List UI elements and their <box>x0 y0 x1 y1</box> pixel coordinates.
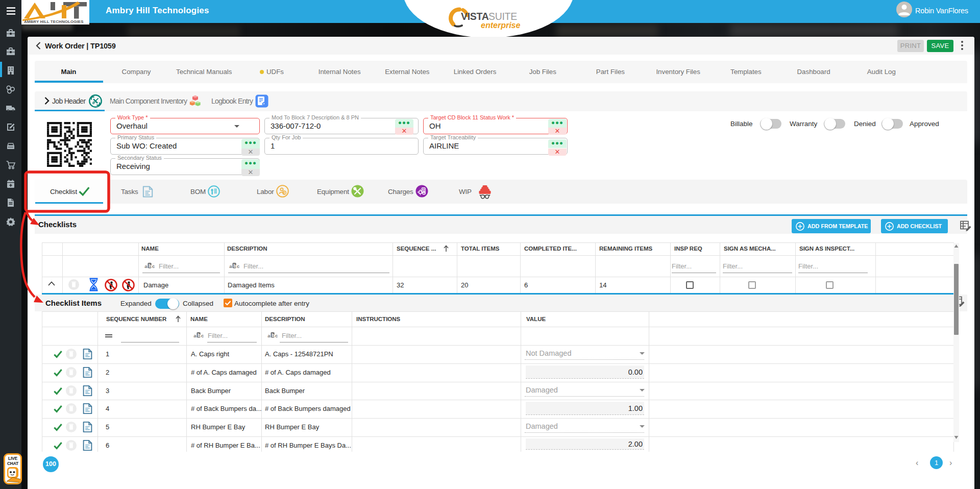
svg-text:a: a <box>229 263 232 269</box>
svg-text:c: c <box>201 333 204 338</box>
svg-text:b: b <box>198 332 201 338</box>
svg-text:enterprise: enterprise <box>481 21 520 30</box>
svg-text:c: c <box>275 333 278 338</box>
svg-text:a: a <box>193 333 197 338</box>
svg-text:a: a <box>267 333 271 338</box>
svg-text:c: c <box>237 263 239 269</box>
svg-text:b: b <box>272 332 275 338</box>
svg-text:SUITE: SUITE <box>488 11 517 22</box>
svg-text:b: b <box>233 263 236 268</box>
svg-text:VISTA: VISTA <box>461 11 489 22</box>
